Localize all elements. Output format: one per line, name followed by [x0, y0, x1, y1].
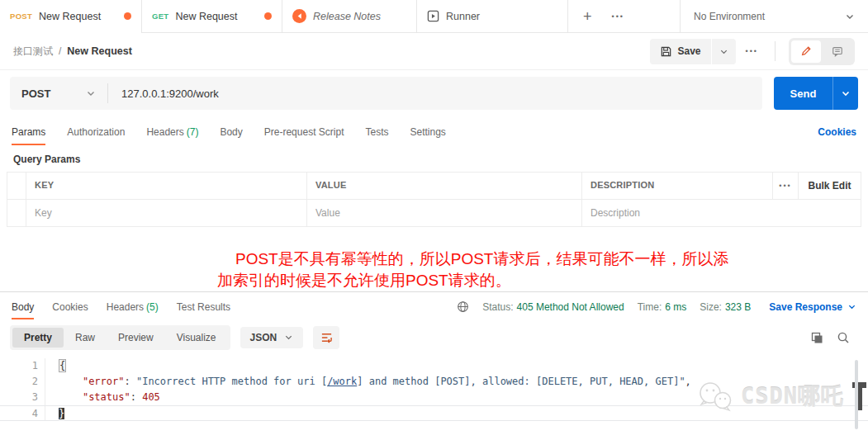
environment-selector[interactable]: No Environment — [680, 0, 868, 32]
response-meta: Status:405 Method Not Allowed Time:6 ms … — [453, 300, 856, 313]
time-badge: Time:6 ms — [638, 301, 687, 313]
response-body-editor[interactable]: 1{2 "error": "Incorrect HTTP method for … — [0, 353, 868, 440]
request-more-button[interactable]: ••• — [736, 47, 768, 55]
breadcrumb-separator: / — [59, 45, 61, 57]
params-more-button[interactable]: ••• — [772, 173, 798, 199]
mode-visualize[interactable]: Visualize — [165, 328, 228, 348]
code-line: 1{ — [0, 358, 868, 374]
save-button[interactable]: Save — [650, 39, 711, 64]
code-lines: 1{2 "error": "Incorrect HTTP method for … — [0, 358, 868, 421]
divider — [775, 41, 776, 61]
line-number: 1 — [0, 358, 38, 374]
tab-label: Pre-request Script — [264, 126, 344, 138]
format-select[interactable]: JSON — [240, 327, 304, 348]
mode-raw[interactable]: Raw — [64, 328, 107, 348]
release-notes-icon — [292, 9, 306, 23]
cookies-link[interactable]: Cookies — [818, 126, 856, 138]
row-handle-cell — [7, 200, 26, 226]
key-input[interactable] — [35, 207, 298, 219]
tab-authorization[interactable]: Authorization — [67, 116, 125, 147]
save-options-button[interactable] — [712, 39, 736, 64]
value-cell — [306, 200, 581, 226]
method-select[interactable]: POST — [10, 77, 107, 110]
gutter-fold — [45, 358, 52, 374]
table-header-row: KEY VALUE DESCRIPTION ••• Bulk Edit — [7, 173, 861, 200]
breadcrumb-request-name[interactable]: New Request — [67, 45, 132, 57]
comment-button[interactable] — [823, 40, 852, 63]
bulk-edit-button[interactable]: Bulk Edit — [798, 173, 861, 199]
chevron-down-icon — [845, 12, 855, 21]
tab-tests[interactable]: Tests — [365, 116, 388, 147]
environment-value: No Environment — [694, 11, 765, 22]
tab-title: Runner — [446, 11, 480, 22]
unsaved-dot-icon — [264, 12, 272, 20]
tab-headers[interactable]: Headers(7) — [146, 116, 198, 147]
runner-icon — [427, 10, 439, 22]
send-options-button[interactable] — [833, 77, 858, 110]
tab-actions: + ••• — [568, 0, 639, 32]
editor-scrollbar[interactable] — [855, 360, 858, 429]
tab-pre-request-script[interactable]: Pre-request Script — [264, 116, 344, 147]
edit-comment-toggle — [789, 38, 855, 65]
status-badge: Status:405 Method Not Allowed — [482, 301, 624, 313]
pencil-icon — [800, 45, 812, 57]
key-cell — [26, 200, 306, 226]
tab-response-cookies[interactable]: Cookies — [52, 292, 88, 321]
edit-mode-button[interactable] — [791, 40, 821, 63]
save-label: Save — [678, 45, 701, 57]
gutter-fold — [45, 406, 52, 420]
size-value: 323 B — [725, 301, 751, 313]
description-input[interactable] — [591, 207, 852, 219]
gutter-fold — [45, 390, 52, 405]
tab-label: Test Results — [177, 301, 230, 313]
new-tab-button[interactable]: + — [583, 9, 592, 24]
comment-icon — [832, 45, 843, 57]
code-line: 2 "error": "Incorrect HTTP method for ur… — [0, 374, 868, 390]
mode-preview[interactable]: Preview — [107, 328, 165, 348]
tab-params[interactable]: Params — [12, 116, 45, 147]
size-label: Size: — [700, 301, 722, 313]
chevron-down-icon — [284, 333, 293, 342]
code-text: } — [52, 406, 64, 420]
mode-pretty[interactable]: Pretty — [12, 328, 64, 348]
copy-icon[interactable] — [810, 331, 823, 344]
tab-response-headers[interactable]: Headers(5) — [107, 292, 159, 321]
view-mode-switcher: Pretty Raw Preview Visualize — [10, 325, 230, 350]
workspace-tab-bar: POST New Request GET New Request Release… — [0, 0, 868, 33]
beautify-icon — [320, 332, 333, 343]
save-response-button[interactable]: Save Response — [769, 301, 856, 313]
response-pane: Body Cookies Headers(5) Test Results Sta… — [0, 291, 868, 440]
request-tab-get[interactable]: GET New Request — [142, 0, 282, 32]
code-text: "status": 405 — [52, 390, 160, 405]
url-input[interactable] — [108, 88, 762, 100]
tab-test-results[interactable]: Test Results — [177, 292, 230, 321]
beautify-button[interactable] — [313, 326, 339, 349]
request-toolbar: 接口测试 / New Request Save ••• — [0, 33, 868, 70]
annotation-line: POST是不具有幂等性的，所以POST请求后，结果可能不一样，所以添 — [235, 248, 868, 270]
unsaved-dot-icon — [124, 12, 131, 20]
breadcrumb-collection[interactable]: 接口测试 — [13, 45, 53, 59]
tab-title: New Request — [175, 11, 237, 22]
tab-response-body[interactable]: Body — [12, 292, 34, 321]
tab-body[interactable]: Body — [220, 116, 242, 147]
runner-tab[interactable]: Runner — [417, 0, 568, 32]
annotation-line: 加索引的时候是不允许使用POST请求的。 — [217, 270, 868, 291]
response-tabs: Body Cookies Headers(5) Test Results Sta… — [0, 292, 868, 321]
tab-title: New Request — [39, 11, 101, 22]
gutter-fold — [45, 374, 52, 390]
chevron-down-icon — [847, 302, 856, 311]
search-icon[interactable] — [837, 331, 850, 344]
tab-label: Cookies — [52, 301, 88, 313]
value-input[interactable] — [315, 207, 573, 219]
tab-more-button[interactable]: ••• — [612, 12, 624, 21]
request-tab-post[interactable]: POST New Request — [0, 0, 142, 32]
release-notes-tab[interactable]: Release Notes — [282, 0, 417, 32]
send-button[interactable]: Send — [774, 77, 833, 110]
line-number: 3 — [0, 390, 38, 405]
tab-settings[interactable]: Settings — [410, 116, 446, 147]
url-row: POST Send — [0, 70, 868, 116]
tab-label: Headers — [146, 126, 183, 138]
line-number: 2 — [0, 374, 38, 390]
network-icon[interactable] — [457, 300, 469, 313]
line-number: 4 — [0, 406, 38, 420]
